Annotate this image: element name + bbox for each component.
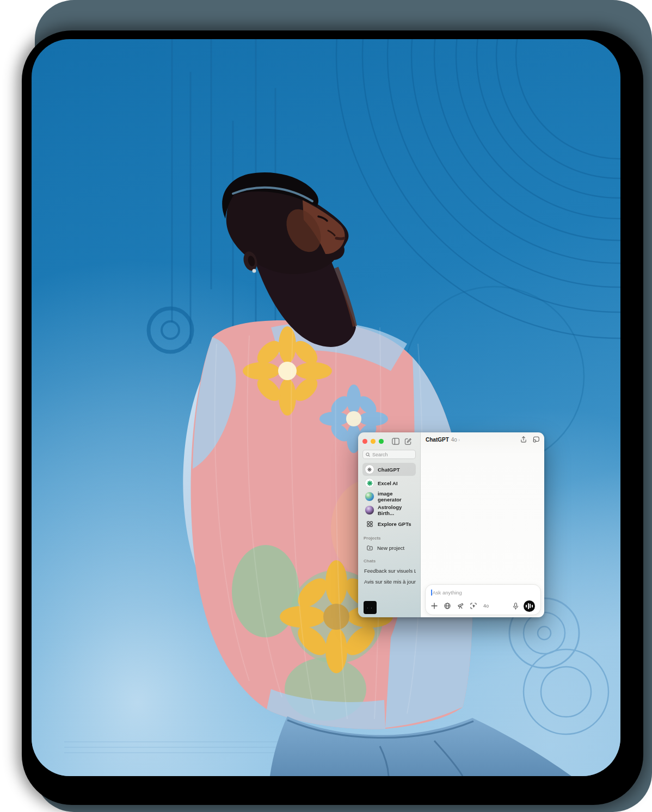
chatgpt-logo-icon: ❋: [365, 465, 374, 474]
toggle-sidebar-icon[interactable]: [392, 438, 399, 445]
composer-placeholder[interactable]: Ask anything: [433, 590, 462, 596]
chat-item-feedback[interactable]: Feedback sur visuels L...: [362, 565, 416, 576]
sidebar-item-label: ChatGPT: [378, 467, 400, 473]
chat-item-label: Avis sur site mis à jour: [364, 579, 416, 585]
explore-gpts-icon: [365, 519, 374, 528]
screen-capture-icon[interactable]: [470, 603, 477, 609]
share-icon[interactable]: [520, 436, 527, 444]
model-selector[interactable]: 4o: [451, 437, 457, 443]
profile-avatar[interactable]: [364, 601, 377, 614]
voice-mode-button[interactable]: [524, 600, 535, 612]
chatgpt-window: ❋ ChatGPT Excel AI image generator Astro…: [358, 432, 544, 617]
poster-photo: [32, 39, 620, 776]
new-project-folder-icon: [365, 543, 374, 552]
sidebar-item-excel-ai[interactable]: Excel AI: [362, 476, 416, 489]
chat-main-area: ChatGPT 4o › Ask anything: [421, 432, 544, 617]
deep-research-telescope-icon[interactable]: [457, 603, 464, 609]
window-title: ChatGPT: [426, 437, 449, 443]
sidebar-item-label: Astrology Birth...: [378, 504, 413, 516]
sidebar: ❋ ChatGPT Excel AI image generator Astro…: [358, 432, 421, 617]
composer[interactable]: Ask anything 4o: [425, 584, 541, 615]
window-controls: [362, 437, 416, 445]
chevron-right-icon: ›: [458, 437, 460, 443]
sidebar-item-image-generator[interactable]: image generator: [362, 490, 416, 503]
projects-section-label: Projects: [364, 536, 416, 541]
new-chat-compose-icon[interactable]: [404, 438, 412, 445]
sidebar-item-explore-gpts[interactable]: Explore GPTs: [362, 517, 416, 530]
sidebar-item-label: Excel AI: [378, 480, 398, 486]
temporary-chat-icon[interactable]: [533, 436, 539, 444]
new-project-label: New project: [377, 545, 404, 551]
text-caret: [431, 590, 432, 596]
chat-item-avis[interactable]: Avis sur site mis à jour: [362, 576, 416, 587]
excel-ai-icon: [365, 479, 374, 487]
close-window-button[interactable]: [362, 439, 367, 444]
sidebar-item-chatgpt[interactable]: ❋ ChatGPT: [362, 463, 416, 476]
sidebar-item-label: image generator: [378, 491, 413, 503]
sidebar-item-label: Explore GPTs: [378, 521, 411, 527]
sidebar-search[interactable]: [362, 450, 416, 459]
chats-section-label: Chats: [364, 559, 416, 563]
zoom-window-button[interactable]: [379, 439, 384, 444]
new-project-item[interactable]: New project: [362, 542, 416, 553]
chat-item-label: Feedback sur visuels L...: [364, 568, 416, 574]
minimize-window-button[interactable]: [371, 439, 376, 444]
dictate-microphone-icon[interactable]: [513, 603, 519, 610]
attach-plus-icon[interactable]: [431, 603, 438, 609]
astrology-gpt-icon: [365, 506, 374, 515]
sidebar-item-astrology[interactable]: Astrology Birth...: [362, 504, 416, 517]
composer-model-label[interactable]: 4o: [483, 603, 489, 609]
search-icon: [366, 453, 370, 457]
chat-header: ChatGPT 4o ›: [421, 432, 544, 447]
search-input[interactable]: [372, 452, 413, 457]
photo-illustration: [32, 39, 620, 776]
image-generator-icon: [365, 492, 374, 501]
web-search-globe-icon[interactable]: [444, 603, 451, 609]
